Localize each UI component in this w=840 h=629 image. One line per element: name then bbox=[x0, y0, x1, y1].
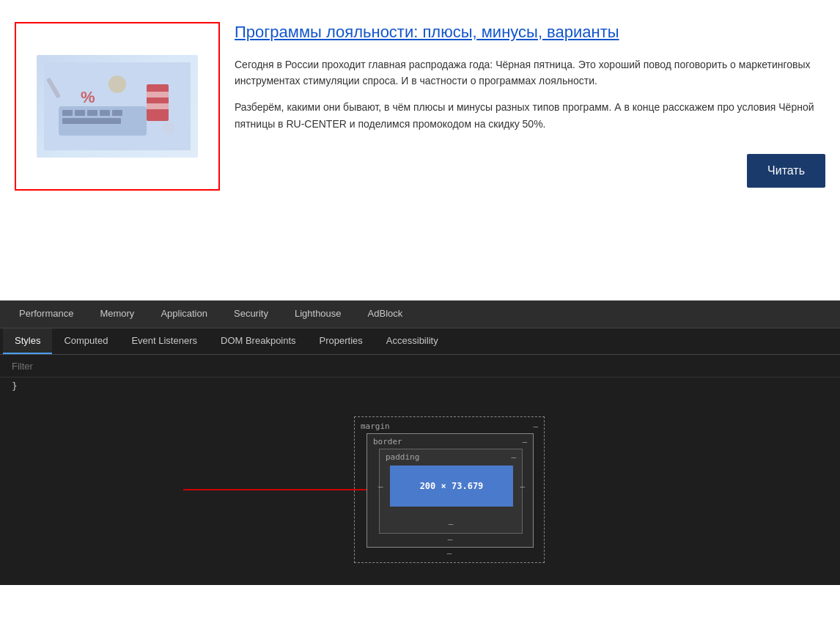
svg-text:%: % bbox=[81, 88, 95, 106]
read-button[interactable]: Читать bbox=[747, 154, 825, 188]
tab-computed[interactable]: Computed bbox=[52, 328, 119, 354]
padding-dash: – bbox=[511, 452, 516, 462]
closing-brace: } bbox=[0, 378, 840, 394]
devtools-tabs-top: Performance Memory Application Security … bbox=[0, 301, 840, 328]
svg-rect-10 bbox=[147, 103, 169, 109]
devtools-panel: Performance Memory Application Security … bbox=[0, 301, 840, 585]
content-left-dash: – bbox=[378, 482, 383, 491]
margin-bottom-dash: – bbox=[447, 548, 452, 558]
svg-rect-6 bbox=[112, 110, 122, 116]
svg-rect-9 bbox=[147, 92, 169, 98]
tab-application[interactable]: Application bbox=[147, 301, 221, 328]
tab-styles[interactable]: Styles bbox=[3, 328, 52, 354]
content-right-dash: – bbox=[520, 482, 525, 491]
box-border: border – padding – 200 × 73.679 – – bbox=[366, 433, 534, 548]
svg-point-12 bbox=[108, 76, 126, 93]
tab-dom-breakpoints[interactable]: DOM Breakpoints bbox=[209, 328, 308, 354]
border-dash: – bbox=[522, 437, 527, 446]
svg-rect-3 bbox=[75, 110, 85, 116]
box-model-diagram: margin – border – padding – 200 × 73.679 bbox=[354, 416, 545, 563]
tab-memory[interactable]: Memory bbox=[86, 301, 147, 328]
padding-bottom-dash: – bbox=[449, 519, 454, 529]
svg-rect-2 bbox=[62, 110, 73, 116]
box-margin: margin – border – padding – 200 × 73.679 bbox=[354, 416, 545, 563]
tab-performance[interactable]: Performance bbox=[6, 301, 86, 328]
margin-label: margin bbox=[361, 422, 390, 431]
tab-accessibility[interactable]: Accessibility bbox=[375, 328, 450, 354]
border-bottom-dash: – bbox=[448, 534, 453, 544]
filter-bar bbox=[0, 355, 840, 378]
tab-event-listeners[interactable]: Event Listeners bbox=[119, 328, 209, 354]
border-label: border bbox=[373, 437, 402, 446]
tab-adblock[interactable]: AdBlock bbox=[355, 301, 416, 328]
padding-label: padding bbox=[386, 452, 419, 462]
box-model-area: margin – border – padding – 200 × 73.679 bbox=[0, 394, 840, 585]
tab-security[interactable]: Security bbox=[221, 301, 281, 328]
article-image-placeholder: % bbox=[37, 55, 198, 158]
content-area: % Программы лояльности: плюсы, минусы, в… bbox=[0, 0, 840, 301]
tab-lighthouse[interactable]: Lighthouse bbox=[281, 301, 355, 328]
svg-rect-4 bbox=[87, 110, 97, 116]
box-padding: padding – 200 × 73.679 – – – bbox=[379, 449, 523, 534]
article-desc-1: Сегодня в России проходит главная распро… bbox=[235, 56, 825, 89]
read-btn-wrapper: Читать bbox=[235, 154, 825, 188]
article-illustration: % bbox=[44, 62, 191, 150]
svg-rect-7 bbox=[62, 118, 121, 124]
tab-properties[interactable]: Properties bbox=[308, 328, 375, 354]
filter-input[interactable] bbox=[12, 361, 828, 372]
margin-top-dash: – bbox=[533, 422, 538, 431]
svg-rect-5 bbox=[100, 110, 110, 116]
article-title[interactable]: Программы лояльности: плюсы, минусы, вар… bbox=[235, 22, 825, 43]
svg-point-13 bbox=[163, 122, 174, 134]
devtools-tabs-sub: Styles Computed Event Listeners DOM Brea… bbox=[0, 328, 840, 355]
content-size-label: 200 × 73.679 bbox=[420, 481, 484, 491]
box-content: 200 × 73.679 – – bbox=[390, 466, 513, 507]
svg-rect-8 bbox=[147, 84, 169, 121]
article-text: Программы лояльности: плюсы, минусы, вар… bbox=[235, 15, 825, 285]
devtools-content: margin – border – padding – 200 × 73.679 bbox=[0, 394, 840, 585]
article-desc-2: Разберём, какими они бывают, в чём плюсы… bbox=[235, 99, 825, 132]
article-image-wrapper: % bbox=[15, 22, 220, 191]
